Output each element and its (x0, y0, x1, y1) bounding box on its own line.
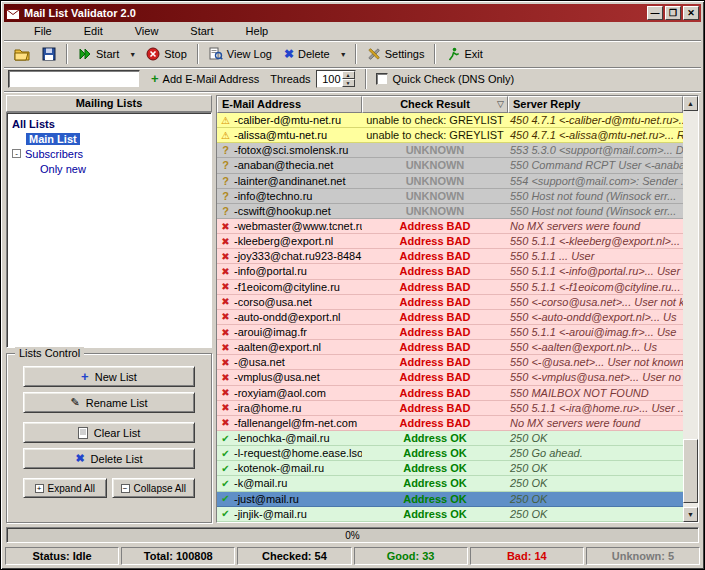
view-log-button[interactable]: View Log (203, 43, 278, 65)
tree-item-main-list[interactable]: Main List (7, 131, 211, 146)
spin-down-icon[interactable]: ▼ (342, 79, 355, 87)
server-reply-cell: 550 <-vmplus@usa.net>... User no (508, 370, 683, 384)
mailing-lists-tree: All ListsMain List-SubscribersOnly new (6, 112, 212, 348)
email-cell: -lainter@andinanet.net (234, 175, 345, 187)
email-cell: -roxyiam@aol.com (234, 387, 326, 399)
new-list-button[interactable]: +New List (23, 366, 195, 387)
table-row[interactable]: ✔-kotenok-@mail.ruAddress OK250 OK (217, 461, 683, 476)
column-header-server-reply[interactable]: Server Reply (508, 96, 683, 113)
maximize-button[interactable]: ❐ (665, 6, 681, 20)
email-cell: -corso@usa.net (234, 296, 312, 308)
server-reply-cell: 250 OK (508, 461, 683, 475)
addressbar-separator (365, 69, 367, 89)
column-header-check-result[interactable]: Check Result ▽ (362, 96, 508, 113)
table-row[interactable]: ⚠-caliber-d@mtu-net.ruunable to check: G… (217, 113, 683, 128)
start-dropdown-icon[interactable]: ▼ (125, 43, 140, 65)
expand-all-button[interactable]: + Expand All (23, 478, 107, 498)
table-row[interactable]: ✔-jinjik-@mail.ruAddress OK250 OK (217, 507, 683, 522)
menu-help[interactable]: Help (230, 23, 285, 39)
table-row[interactable]: ✖-kleeberg@export.nlAddress BAD550 5.1.1… (217, 234, 683, 249)
minimize-button[interactable]: — (647, 6, 663, 20)
threads-value-input[interactable] (317, 71, 342, 87)
threads-label: Threads (270, 73, 310, 85)
table-row[interactable]: ✖-aalten@export.nlAddress BAD550 <-aalte… (217, 340, 683, 355)
add-email-button[interactable]: + Add E-Mail Address (145, 68, 265, 90)
tree-item-only-new[interactable]: Only new (7, 161, 211, 176)
open-button[interactable] (8, 43, 36, 65)
table-row[interactable]: ✔-lenochka-@mail.ruAddress OK250 OK (217, 431, 683, 446)
table-row[interactable]: ✖-roxyiam@aol.comAddress BAD550 MAILBOX … (217, 386, 683, 401)
tree-expander-icon[interactable]: - (12, 149, 21, 158)
settings-button[interactable]: Settings (361, 43, 431, 65)
table-row[interactable]: ✖-webmaster@www.tcnet.ruAddress BADNo MX… (217, 219, 683, 234)
delete-list-button[interactable]: ✖Delete List (23, 448, 195, 469)
app-icon (6, 7, 20, 20)
table-row[interactable]: ?-lainter@andinanet.netUNKNOWN554 <suppo… (217, 174, 683, 189)
table-row[interactable]: ✖-fallenangel@fm-net.comAddress BADNo MX… (217, 416, 683, 431)
menu-view[interactable]: View (119, 23, 175, 39)
bad-status-icon: ✖ (219, 251, 232, 262)
delete-button[interactable]: ✖ Delete (278, 43, 336, 65)
tree-item-all-lists[interactable]: All Lists (7, 116, 211, 131)
table-row[interactable]: ✖-vmplus@usa.netAddress BAD550 <-vmplus@… (217, 370, 683, 385)
clear-list-button[interactable]: Clear List (23, 422, 195, 443)
rename-list-button[interactable]: ✎Rename List (23, 392, 195, 413)
email-input[interactable] (8, 70, 140, 88)
scrollbar-thumb[interactable] (683, 439, 698, 503)
menu-start[interactable]: Start (174, 23, 229, 39)
scroll-down-icon[interactable]: ▼ (683, 507, 698, 522)
threads-stepper[interactable]: ▲ ▼ (316, 70, 356, 88)
stop-button[interactable]: Stop (140, 43, 193, 65)
server-reply-cell: 550 5.1.1 ... User (508, 249, 683, 263)
table-row[interactable]: ?-info@techno.ruUNKNOWN550 Host not foun… (217, 189, 683, 204)
column-header-email[interactable]: E-Mail Address (217, 96, 362, 113)
tree-item-label: Main List (26, 133, 80, 145)
close-button[interactable]: ✕ (683, 6, 699, 20)
check-result-cell: UNKNOWN (362, 189, 508, 203)
tree-item-subscribers[interactable]: -Subscribers (7, 146, 211, 161)
menu-file[interactable]: File (18, 23, 68, 39)
spin-up-icon[interactable]: ▲ (342, 71, 355, 79)
server-reply-cell: 450 4.7.1 <-alissa@mtu-net.ru>... Re (508, 128, 683, 142)
table-row[interactable]: ✖-info@portal.ruAddress BAD550 5.1.1 <-i… (217, 264, 683, 279)
check-result-cell: Address BAD (362, 370, 508, 384)
server-reply-cell: 550 5.1.1 <-info@portal.ru>... User (508, 264, 683, 278)
table-row[interactable]: ✔-just@mail.ruAddress OK250 OK (217, 492, 683, 507)
table-row[interactable]: ✖-@usa.netAddress BAD550 <-@usa.net>... … (217, 355, 683, 370)
exit-button[interactable]: Exit (440, 43, 488, 65)
start-button[interactable]: Start (72, 43, 125, 65)
table-row[interactable]: ✖-aroui@imag.frAddress BAD550 5.1.1 <-ar… (217, 325, 683, 340)
save-button[interactable] (36, 43, 62, 65)
check-result-cell: Address OK (362, 431, 508, 445)
table-row[interactable]: ✖-joy333@chat.ru923-8484Address BAD550 5… (217, 249, 683, 264)
window-title: Mail List Validator 2.0 (20, 7, 645, 19)
table-row[interactable]: ?-cswift@hookup.netUNKNOWN550 Host not f… (217, 204, 683, 219)
bad-status-icon: ✖ (219, 402, 232, 413)
table-row[interactable]: ?-anaban@thecia.netUNKNOWN550 Command RC… (217, 158, 683, 173)
bad-status-icon: ✖ (219, 236, 232, 247)
check-result-cell: Address BAD (362, 325, 508, 339)
table-row[interactable]: ?-fotox@sci.smolensk.ruUNKNOWN553 5.3.0 … (217, 143, 683, 158)
table-row[interactable]: ✖-ira@home.ruAddress BAD550 5.1.1 <-ira@… (217, 401, 683, 416)
menu-edit[interactable]: Edit (68, 23, 119, 39)
quick-check-checkbox[interactable] (376, 73, 388, 85)
page-icon (78, 427, 88, 439)
scrollbar-track[interactable] (683, 111, 698, 507)
table-row[interactable]: ⚠-alissa@mtu-net.ruunable to check: GREY… (217, 128, 683, 143)
scroll-up-icon[interactable]: ▲ (683, 96, 698, 111)
table-row[interactable]: ✔-k@mail.ruAddress OK250 OK (217, 476, 683, 491)
email-cell: -jinjik-@mail.ru (234, 508, 307, 520)
delete-dropdown-icon[interactable]: ▼ (336, 43, 351, 65)
ok-status-icon: ✔ (219, 478, 232, 489)
vertical-scrollbar[interactable]: ▲ ▼ (683, 96, 698, 522)
server-reply-cell: 550 <-auto-ondd@export.nl>... Us (508, 310, 683, 324)
table-row[interactable]: ✖-auto-ondd@export.nlAddress BAD550 <-au… (217, 310, 683, 325)
server-reply-cell: No MX servers were found (508, 219, 683, 233)
table-row[interactable]: ✔-l-request@home.ease.lsoft.coAddress OK… (217, 446, 683, 461)
results-table: E-Mail Address Check Result ▽ Server Rep… (217, 96, 683, 522)
unknown-status-icon: ? (219, 205, 232, 217)
table-row[interactable]: ✖-corso@usa.netAddress BAD550 <-corso@us… (217, 295, 683, 310)
ok-status-icon: ✔ (219, 433, 232, 444)
table-row[interactable]: ✖-f1eoicom@cityline.ruAddress BAD550 5.1… (217, 280, 683, 295)
collapse-all-button[interactable]: − Collapse All (112, 478, 196, 498)
